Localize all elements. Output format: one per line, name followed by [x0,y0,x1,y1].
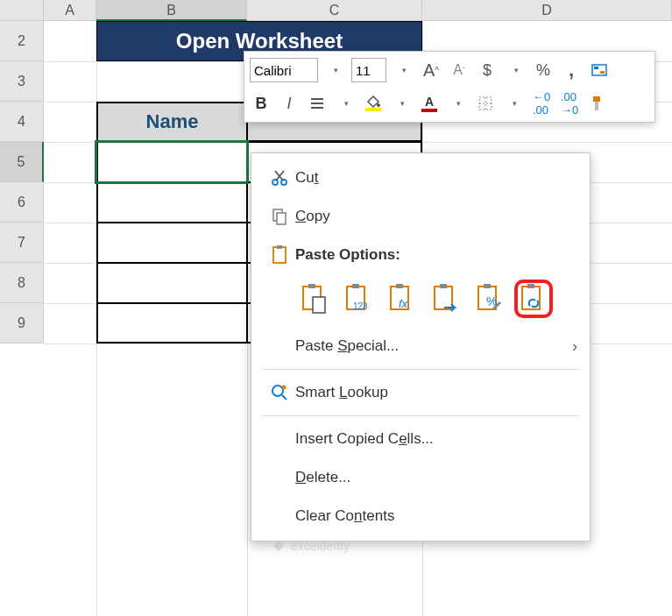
svg-rect-7 [479,97,492,110]
column-headers: A B C D [0,0,672,21]
fill-color-icon[interactable] [362,91,385,116]
svg-rect-1 [594,67,598,69]
cell-b7[interactable] [96,223,247,263]
select-all-corner[interactable] [0,0,44,21]
increase-decimal-icon[interactable]: ←0.00 [530,91,553,116]
paste-special-label: Paste Special... [264,337,572,355]
borders-icon[interactable] [474,91,497,116]
font-name-dropdown[interactable]: ▾ [323,58,346,82]
paste-option-values[interactable]: 123 [339,280,378,318]
font-color-dropdown[interactable]: ▾ [446,91,469,116]
menu-delete[interactable]: Delete... [251,458,590,497]
svg-rect-0 [592,65,606,75]
svg-line-37 [282,395,286,400]
menu-paste-options-header: Paste Options: [251,236,590,274]
fill-color-dropdown[interactable]: ▾ [390,91,413,116]
paste-option-paste[interactable] [295,280,334,318]
svg-point-6 [377,103,380,107]
paste-options-row: 123 fx % [251,274,590,327]
insert-copied-label: Insert Copied Cells... [295,430,577,448]
borders-dropdown[interactable]: ▾ [502,91,525,116]
svg-rect-17 [277,213,286,224]
paste-options-label: Paste Options: [295,246,577,264]
bold-button[interactable]: B [250,91,272,116]
menu-separator-1 [262,369,579,370]
cell-b5[interactable] [96,142,247,182]
cell-b8[interactable] [96,263,247,303]
table-header-name[interactable]: Name [96,102,247,142]
svg-rect-19 [277,245,282,249]
conditional-format-icon[interactable] [588,58,611,82]
col-header-d[interactable]: D [422,0,672,21]
smart-lookup-label: Smart Lookup [295,384,577,401]
row-header-3[interactable]: 3 [0,61,44,102]
clear-contents-label: Clear Contents [295,507,577,525]
cut-icon [264,168,295,188]
col-header-b[interactable]: B [96,0,247,21]
menu-smart-lookup[interactable]: Smart Lookup [251,373,590,412]
row-header-8[interactable]: 8 [0,263,44,303]
submenu-arrow-icon: › [572,337,577,356]
menu-copy[interactable]: Copy [251,197,590,236]
menu-paste-special[interactable]: Paste Special... › [251,327,590,365]
cell-b6[interactable] [96,182,247,223]
svg-point-36 [272,386,283,396]
delete-label: Delete... [295,469,577,486]
align-icon[interactable] [306,91,329,116]
menu-insert-copied[interactable]: Insert Copied Cells... [251,420,590,458]
watermark: exceldemy [272,539,350,553]
menu-cut-label: Cut [295,169,577,187]
row-header-7[interactable]: 7 [0,223,44,263]
cell-b9[interactable] [96,303,247,343]
menu-copy-label: Copy [295,208,577,225]
font-size-input[interactable] [351,58,386,82]
font-color-icon[interactable]: A [418,91,441,116]
decrease-font-icon[interactable]: Aˇ [448,58,470,82]
svg-marker-39 [273,541,284,551]
format-painter-icon[interactable] [586,91,609,116]
smart-lookup-icon [264,383,295,402]
font-name-input[interactable] [250,58,318,82]
paste-icon [264,244,295,266]
col-header-c[interactable]: C [247,0,422,21]
mini-toolbar: ▾ ▾ A^ Aˇ $ ▾ % , B I ▾ ▾ A ▾ ▾ ←0. [244,51,655,123]
italic-button[interactable]: I [278,91,301,116]
increase-font-icon[interactable]: A^ [420,58,442,82]
row-header-2[interactable]: 2 [0,21,44,61]
svg-rect-24 [352,284,359,288]
svg-point-38 [282,386,286,390]
paste-option-formulas[interactable]: fx [383,280,421,318]
align-dropdown[interactable]: ▾ [334,91,357,116]
svg-rect-35 [527,284,534,288]
copy-icon [264,207,295,226]
paste-option-link[interactable] [514,280,553,318]
svg-rect-29 [435,287,452,309]
row-header-5[interactable]: 5 [0,142,44,182]
svg-rect-27 [396,284,403,288]
svg-rect-2 [600,71,605,74]
accounting-format-button[interactable]: $ [476,58,499,82]
comma-format-button[interactable]: , [560,58,583,82]
svg-rect-22 [313,297,325,313]
percent-format-button[interactable]: % [532,58,555,82]
menu-separator-2 [262,415,579,416]
svg-rect-18 [273,247,286,263]
svg-rect-11 [595,102,598,110]
svg-text:123: 123 [353,301,368,311]
svg-rect-32 [484,284,491,288]
font-size-dropdown[interactable]: ▾ [392,58,414,82]
accounting-dropdown[interactable]: ▾ [504,58,527,82]
paste-option-transpose[interactable] [427,280,465,318]
col-header-a[interactable]: A [44,0,96,21]
row-header-6[interactable]: 6 [0,182,44,223]
svg-text:fx: fx [399,297,408,310]
row-header-4[interactable]: 4 [0,102,44,142]
svg-rect-10 [593,96,600,102]
context-menu: Cut Copy Paste Options: 123 fx % [251,152,591,542]
paste-option-formatting[interactable]: % [470,280,509,318]
menu-cut[interactable]: Cut [251,159,590,197]
decrease-decimal-icon[interactable]: .00→0 [558,91,581,116]
row-header-9[interactable]: 9 [0,303,44,343]
menu-clear-contents[interactable]: Clear Contents [251,497,590,535]
row-headers: 2 3 4 5 6 7 8 9 [0,21,44,343]
